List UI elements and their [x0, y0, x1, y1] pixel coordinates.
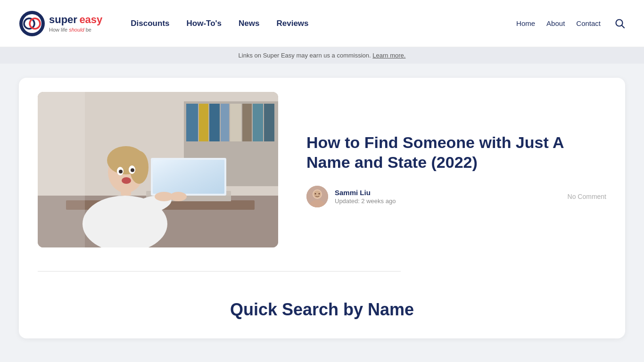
svg-point-36 [170, 192, 187, 201]
logo-icon [19, 10, 45, 37]
commission-banner: Links on Super Easy may earn us a commis… [0, 47, 644, 64]
svg-rect-9 [186, 104, 198, 141]
logo-name: super easy [49, 14, 102, 25]
author-avatar [306, 186, 328, 207]
article-info: How to Find Someone with Just A Name and… [306, 132, 606, 207]
search-button[interactable] [615, 18, 625, 29]
svg-point-33 [131, 168, 134, 172]
logo-easy: easy [79, 14, 102, 25]
main-content: How to Find Someone with Just A Name and… [0, 64, 644, 357]
svg-point-34 [122, 177, 131, 184]
nav-reviews[interactable]: Reviews [277, 19, 309, 28]
nav-discounts[interactable]: Discounts [131, 19, 169, 28]
svg-rect-10 [199, 104, 208, 141]
logo[interactable]: super easy How life should be [19, 10, 102, 37]
comment-count: No Comment [568, 193, 606, 200]
logo-text: super easy How life should be [49, 14, 102, 32]
article-divider [38, 271, 401, 272]
article-title: How to Find Someone with Just A Name and… [306, 132, 606, 173]
svg-rect-13 [230, 104, 241, 141]
svg-point-32 [119, 170, 123, 173]
article-hero-image [38, 92, 278, 247]
svg-rect-16 [264, 104, 274, 141]
article-top: How to Find Someone with Just A Name and… [38, 92, 606, 247]
logo-tagline: How life should be [49, 27, 102, 33]
nav-howtos[interactable]: How-To's [187, 19, 222, 28]
logo-super: super [49, 14, 77, 25]
header-left: super easy How life should be Discounts … [19, 10, 309, 37]
svg-point-1 [23, 14, 41, 33]
svg-point-43 [319, 193, 320, 194]
learn-more-link[interactable]: Learn more. [372, 52, 405, 59]
header-right: Home About Contact [516, 18, 625, 29]
svg-point-42 [315, 193, 316, 194]
svg-line-5 [622, 25, 624, 27]
quick-search-title: Quick Search by Name [38, 300, 606, 320]
article-card: How to Find Someone with Just A Name and… [19, 78, 625, 338]
nav-about[interactable]: About [546, 19, 565, 27]
svg-rect-22 [153, 160, 224, 194]
secondary-nav: Home About Contact [516, 19, 601, 27]
commission-text: Links on Super Easy may earn us a commis… [239, 52, 371, 59]
author-meta: Sammi Liu Updated: 2 weeks ago [335, 189, 561, 205]
svg-rect-12 [221, 104, 229, 141]
main-nav: Discounts How-To's News Reviews [131, 19, 308, 28]
author-name: Sammi Liu [335, 189, 561, 197]
search-icon [615, 18, 625, 29]
nav-news[interactable]: News [239, 19, 259, 28]
site-header: super easy How life should be Discounts … [0, 0, 644, 47]
svg-rect-11 [209, 104, 220, 141]
nav-contact[interactable]: Contact [576, 19, 601, 27]
svg-rect-37 [38, 92, 85, 247]
author-row: Sammi Liu Updated: 2 weeks ago No Commen… [306, 186, 606, 207]
svg-rect-15 [253, 104, 263, 141]
author-updated: Updated: 2 weeks ago [335, 197, 561, 205]
nav-home[interactable]: Home [516, 19, 535, 27]
quick-search-section: Quick Search by Name [38, 290, 606, 324]
svg-rect-14 [242, 104, 252, 141]
